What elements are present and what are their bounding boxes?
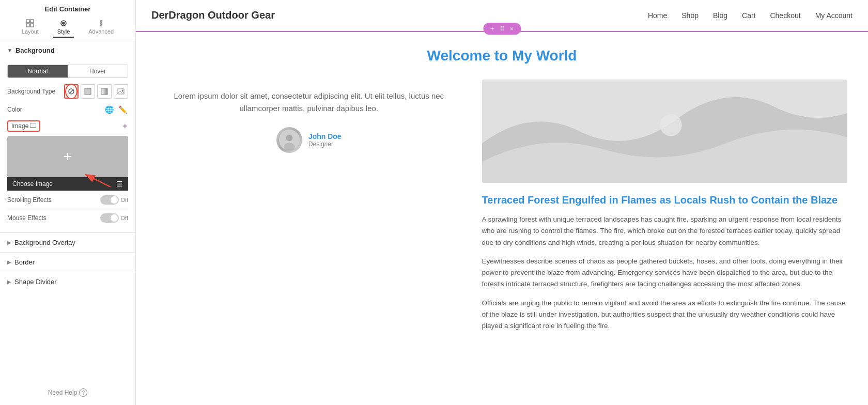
toolbar-add[interactable]: +	[490, 25, 494, 33]
nav-links: Home Shop Blog Cart Checkout My Account	[648, 11, 853, 20]
border-section: ▶ Border	[0, 252, 135, 272]
svg-point-7	[100, 23, 102, 24]
svg-point-6	[100, 21, 102, 22]
color-icons: 🌐 ✏️	[103, 104, 128, 115]
welcome-title: Welcome to My World	[157, 48, 847, 64]
type-icon-color[interactable]	[81, 84, 95, 99]
type-icon-none[interactable]	[64, 84, 79, 99]
author-role: Designer	[308, 141, 342, 148]
tab-style-label: Style	[57, 28, 70, 35]
shape-divider-arrow: ▶	[7, 279, 11, 285]
article-para-1: A sprawling forest with unique terraced …	[482, 214, 847, 248]
background-overlay-arrow: ▶	[7, 240, 11, 245]
nav-blog[interactable]: Blog	[713, 11, 727, 20]
panel-spacer	[0, 291, 135, 380]
nav-cart[interactable]: Cart	[742, 11, 755, 20]
right-column: Terraced Forest Engulfed in Flames as Lo…	[482, 80, 847, 339]
author-info: John Doe Designer	[308, 132, 342, 148]
content-area: Welcome to My World Lorem ipsum dolor si…	[136, 31, 868, 405]
background-type-row: Background Type	[7, 84, 128, 99]
author-avatar	[276, 127, 302, 153]
need-help[interactable]: Need Help ?	[0, 380, 135, 405]
site-logo: DerDragon Outdoor Gear	[151, 9, 275, 21]
tab-style[interactable]: Style	[53, 17, 74, 38]
background-controls: Normal Hover Background Type	[0, 59, 135, 232]
background-section-header[interactable]: ▼ Background	[0, 41, 135, 59]
mouse-effects-toggle[interactable]: Off	[100, 213, 128, 223]
color-label: Color	[7, 106, 22, 113]
scrolling-effects-value: Off	[121, 197, 128, 203]
state-tab-hover[interactable]: Hover	[68, 65, 128, 77]
border-label: Border	[14, 258, 35, 266]
svg-point-20	[286, 135, 292, 142]
svg-rect-16	[30, 123, 36, 128]
toolbar-close[interactable]: ×	[510, 25, 514, 33]
svg-point-5	[63, 22, 65, 24]
mouse-effects-value: Off	[121, 215, 128, 221]
svg-rect-0	[26, 20, 29, 23]
two-col-layout: Lorem ipsum dolor sit amet, consectetur …	[157, 80, 847, 339]
color-row: Color 🌐 ✏️	[7, 104, 128, 115]
article-para-2: Eyewitnesses describe scenes of chaos as…	[482, 256, 847, 290]
state-tab-normal[interactable]: Normal	[8, 65, 68, 77]
svg-rect-3	[30, 24, 34, 27]
scrolling-effects-switch[interactable]	[100, 195, 119, 205]
svg-point-8	[100, 25, 102, 26]
background-overlay-section: ▶ Background Overlay	[0, 232, 135, 252]
shape-divider-header[interactable]: ▶ Shape Divider	[0, 272, 135, 291]
svg-rect-13	[118, 89, 124, 94]
main-content: DerDragon Outdoor Gear Home Shop Blog Ca…	[136, 0, 868, 405]
svg-rect-12	[101, 88, 107, 95]
background-overlay-label: Background Overlay	[14, 239, 75, 246]
type-icons	[64, 84, 128, 99]
svg-point-14	[122, 90, 123, 91]
background-overlay-header[interactable]: ▶ Background Overlay	[0, 233, 135, 252]
nav-checkout[interactable]: Checkout	[770, 11, 800, 20]
nav-home[interactable]: Home	[648, 11, 667, 20]
mouse-effects-switch[interactable]	[100, 213, 119, 223]
tab-layout[interactable]: Layout	[18, 17, 43, 38]
mouse-effects-row: Mouse Effects Off	[7, 209, 128, 227]
image-upload-container: + Choose Image ☰	[7, 136, 128, 191]
svg-rect-15	[30, 123, 36, 128]
mouse-effects-label: Mouse Effects	[7, 214, 47, 222]
article-para-3: Officials are urging the public to remai…	[482, 298, 847, 332]
scrolling-effects-toggle[interactable]: Off	[100, 195, 128, 205]
article-title: Terraced Forest Engulfed in Flames as Lo…	[482, 193, 847, 207]
tab-layout-label: Layout	[22, 28, 39, 35]
nav-shop[interactable]: Shop	[681, 11, 699, 20]
choose-image-bar[interactable]: Choose Image ☰	[7, 177, 128, 191]
type-icon-gradient[interactable]	[97, 84, 112, 99]
svg-line-10	[69, 89, 73, 94]
upload-plus-icon: +	[64, 148, 72, 165]
lorem-text: Lorem ipsum dolor sit amet, consectetur …	[157, 90, 461, 115]
article-image	[482, 80, 847, 183]
tab-advanced[interactable]: Advanced	[84, 17, 118, 38]
globe-icon[interactable]: 🌐	[103, 104, 115, 115]
image-label-text: Image	[11, 122, 28, 130]
left-panel: Edit Container Layout Style Advanced ▼ B…	[0, 0, 136, 405]
author-row: John Doe Designer	[276, 127, 342, 153]
author-name: John Doe	[308, 132, 342, 141]
tab-advanced-label: Advanced	[88, 28, 114, 35]
border-header[interactable]: ▶ Border	[0, 253, 135, 272]
nav-my-account[interactable]: My Account	[815, 11, 853, 20]
background-section: ▼ Background Normal Hover Background Typ…	[0, 41, 135, 232]
image-upload-box[interactable]: +	[7, 136, 128, 177]
svg-point-23	[660, 114, 681, 136]
toolbar-drag[interactable]: ⠿	[500, 25, 505, 33]
svg-rect-1	[30, 20, 34, 23]
background-section-label: Background	[16, 46, 55, 54]
background-collapse-arrow: ▼	[7, 48, 12, 53]
pencil-icon[interactable]: ✏️	[117, 104, 128, 115]
shape-divider-section: ▶ Shape Divider	[0, 272, 135, 291]
need-help-label: Need Help	[48, 389, 78, 396]
image-plus-icon[interactable]: ✦	[121, 121, 128, 131]
svg-rect-2	[26, 24, 29, 27]
shape-divider-label: Shape Divider	[14, 278, 57, 286]
panel-title: Edit Container	[0, 5, 135, 13]
type-icon-image[interactable]	[114, 84, 128, 99]
choose-image-label: Choose Image	[12, 180, 53, 188]
state-tabs: Normal Hover	[7, 65, 128, 78]
choose-image-icon: ☰	[116, 180, 123, 188]
